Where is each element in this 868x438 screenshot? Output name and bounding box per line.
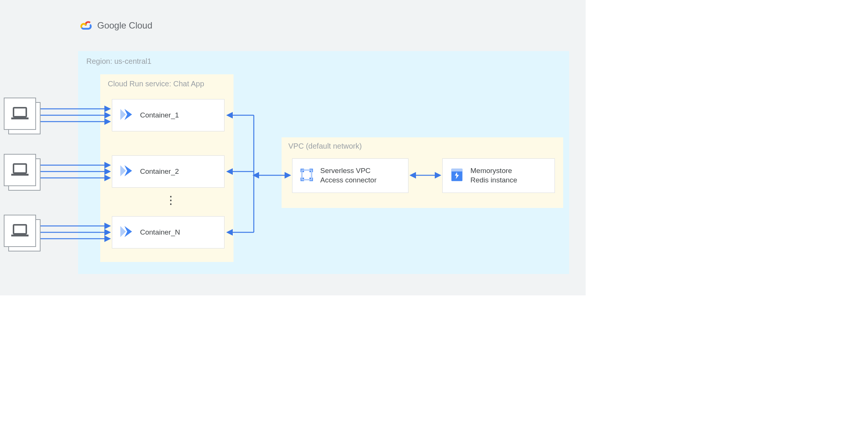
laptop-icon [11, 163, 29, 178]
cloud-run-icon [118, 163, 135, 181]
cloud-run-icon [118, 106, 135, 124]
client-group-2 [4, 154, 41, 191]
laptop-icon [11, 223, 29, 238]
svg-rect-9 [14, 164, 26, 173]
google-cloud-title: Google Cloud [97, 20, 152, 31]
memorystore-node: MemorystoreRedis instance [442, 158, 555, 193]
vpc-connector-icon [298, 167, 315, 185]
container-n-label: Container_N [140, 228, 180, 237]
svg-rect-6 [451, 169, 462, 172]
container-2-label: Container_2 [140, 167, 179, 176]
vpc-label: VPC (default network) [288, 142, 556, 151]
memorystore-icon [449, 167, 465, 185]
container-n-node: Container_N [112, 216, 225, 248]
vpc-connector-label: Serverless VPCAccess connector [320, 166, 377, 185]
svg-rect-12 [11, 235, 29, 236]
memorystore-label: MemorystoreRedis instance [470, 166, 517, 185]
svg-rect-10 [11, 174, 29, 176]
service-label: Cloud Run service: Chat App [108, 80, 226, 88]
container-1-node: Container_1 [112, 99, 225, 131]
architecture-diagram: Google Cloud Region: us-central1 Cloud R… [0, 0, 586, 295]
ellipsis-icon: ⋮ [165, 193, 177, 206]
client-group-1 [4, 98, 41, 134]
region-label: Region: us-central1 [86, 57, 561, 66]
container-1-label: Container_1 [140, 111, 179, 120]
client-group-n [4, 215, 41, 251]
vpc-connector-node: Serverless VPCAccess connector [292, 158, 408, 193]
svg-rect-7 [14, 108, 26, 117]
svg-rect-8 [11, 117, 29, 119]
svg-rect-11 [14, 225, 26, 234]
google-cloud-header: Google Cloud [78, 19, 570, 32]
cloud-run-icon [118, 223, 135, 241]
google-cloud-logo-icon [78, 19, 93, 32]
container-2-node: Container_2 [112, 155, 225, 188]
laptop-icon [11, 106, 29, 121]
